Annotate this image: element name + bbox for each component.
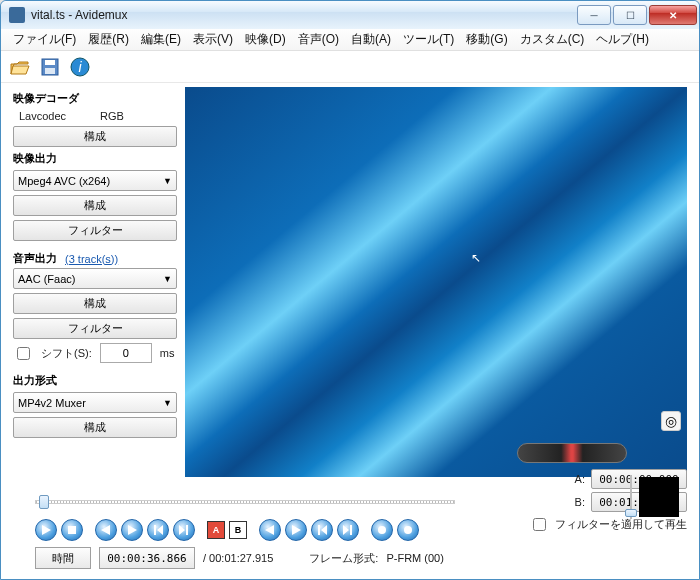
menu-history[interactable]: 履歴(R) bbox=[82, 28, 135, 51]
chevron-down-icon: ▼ bbox=[163, 176, 172, 186]
total-time: / 00:01:27.915 bbox=[203, 552, 273, 564]
frame-type-label: フレーム形式: bbox=[309, 551, 378, 566]
apply-filter-checkbox[interactable] bbox=[533, 518, 546, 531]
open-button[interactable] bbox=[7, 54, 33, 80]
decoder-configure-button[interactable]: 構成 bbox=[13, 126, 177, 147]
titlebar: vital.ts - Avidemux ─ ☐ ✕ bbox=[1, 1, 699, 29]
decoder-colorspace: RGB bbox=[100, 110, 124, 122]
volume-thumb[interactable] bbox=[625, 509, 637, 517]
next-frame-button[interactable] bbox=[121, 519, 143, 541]
shift-unit: ms bbox=[160, 347, 175, 359]
svg-point-7 bbox=[404, 526, 412, 534]
prev-black-button[interactable] bbox=[371, 519, 393, 541]
open-icon bbox=[10, 58, 30, 76]
stop-button[interactable] bbox=[61, 519, 83, 541]
video-out-title: 映像出力 bbox=[13, 151, 177, 166]
svg-rect-1 bbox=[45, 60, 55, 65]
menu-custom[interactable]: カスタム(C) bbox=[514, 28, 591, 51]
output-configure-button[interactable]: 構成 bbox=[13, 417, 177, 438]
prev-keyframe-button[interactable] bbox=[147, 519, 169, 541]
menu-file[interactable]: ファイル(F) bbox=[7, 28, 82, 51]
apply-filter-label: フィルターを適用して再生 bbox=[555, 517, 687, 532]
menu-video[interactable]: 映像(D) bbox=[239, 28, 292, 51]
output-format-title: 出力形式 bbox=[13, 373, 177, 388]
video-preview[interactable]: ↖ bbox=[185, 87, 687, 477]
set-marker-a-button[interactable]: A bbox=[207, 521, 225, 539]
shift-label: シフト(S): bbox=[41, 346, 92, 361]
save-button[interactable] bbox=[37, 54, 63, 80]
seek-slider[interactable] bbox=[35, 491, 455, 513]
info-button[interactable]: i bbox=[67, 54, 93, 80]
output-format-select[interactable]: MP4v2 Muxer▼ bbox=[13, 392, 177, 413]
seek-track bbox=[35, 500, 455, 504]
marker-a-label: A: bbox=[575, 473, 585, 485]
jog-wheel[interactable] bbox=[517, 443, 627, 463]
video-codec-select[interactable]: Mpeg4 AVC (x264)▼ bbox=[13, 170, 177, 191]
thumbnail-preview bbox=[639, 477, 679, 517]
decoder-codec: Lavcodec bbox=[19, 110, 66, 122]
menu-audio[interactable]: 音声(O) bbox=[292, 28, 345, 51]
goto-start-button[interactable] bbox=[311, 519, 333, 541]
set-marker-b-button[interactable]: B bbox=[229, 521, 247, 539]
audio-tracks-link[interactable]: (3 track(s)) bbox=[65, 253, 118, 265]
menu-edit[interactable]: 編集(E) bbox=[135, 28, 187, 51]
menu-go[interactable]: 移動(G) bbox=[460, 28, 513, 51]
chevron-down-icon: ▼ bbox=[163, 398, 172, 408]
audio-out-title: 音声出力 bbox=[13, 251, 57, 266]
menu-help[interactable]: ヘルプ(H) bbox=[590, 28, 655, 51]
prev-cut-button[interactable] bbox=[259, 519, 281, 541]
output-format-value: MP4v2 Muxer bbox=[18, 397, 86, 409]
menubar: ファイル(F) 履歴(R) 編集(E) 表示(V) 映像(D) 音声(O) 自動… bbox=[1, 29, 699, 51]
chevron-down-icon: ▼ bbox=[163, 274, 172, 284]
video-filters-button[interactable]: フィルター bbox=[13, 220, 177, 241]
svg-point-6 bbox=[378, 526, 386, 534]
goto-end-button[interactable] bbox=[337, 519, 359, 541]
prev-frame-button[interactable] bbox=[95, 519, 117, 541]
save-icon bbox=[41, 58, 59, 76]
audio-codec-select[interactable]: AAC (Faac)▼ bbox=[13, 268, 177, 289]
minimize-button[interactable]: ─ bbox=[577, 5, 611, 25]
svg-rect-5 bbox=[68, 526, 76, 534]
next-cut-button[interactable] bbox=[285, 519, 307, 541]
toolbar: i bbox=[1, 51, 699, 83]
next-keyframe-button[interactable] bbox=[173, 519, 195, 541]
marker-b-label: B: bbox=[575, 496, 585, 508]
audio-codec-value: AAC (Faac) bbox=[18, 273, 75, 285]
time-button[interactable]: 時間 bbox=[35, 547, 91, 569]
volume-slider[interactable] bbox=[625, 475, 637, 519]
cursor-icon: ↖ bbox=[471, 251, 481, 265]
svg-rect-2 bbox=[45, 68, 55, 74]
shift-checkbox[interactable] bbox=[17, 347, 30, 360]
current-time[interactable]: 00:00:36.866 bbox=[99, 547, 195, 569]
frame-type-value: P-FRM (00) bbox=[386, 552, 443, 564]
status-bar: 時間 00:00:36.866 / 00:01:27.915 フレーム形式: P… bbox=[35, 547, 687, 569]
decoder-title: 映像デコーダ bbox=[13, 91, 177, 106]
video-codec-value: Mpeg4 AVC (x264) bbox=[18, 175, 110, 187]
close-button[interactable]: ✕ bbox=[649, 5, 697, 25]
seek-thumb[interactable] bbox=[39, 495, 49, 509]
sidebar: 映像デコーダ Lavcodec RGB 構成 映像出力 Mpeg4 AVC (x… bbox=[13, 87, 177, 477]
audio-configure-button[interactable]: 構成 bbox=[13, 293, 177, 314]
play-button[interactable] bbox=[35, 519, 57, 541]
disc-icon: ◎ bbox=[665, 413, 677, 429]
preview-pane: ↖ bbox=[185, 87, 687, 477]
next-black-button[interactable] bbox=[397, 519, 419, 541]
window-title: vital.ts - Avidemux bbox=[31, 8, 575, 22]
menu-view[interactable]: 表示(V) bbox=[187, 28, 239, 51]
info-icon: i bbox=[70, 57, 90, 77]
menu-tools[interactable]: ツール(T) bbox=[397, 28, 460, 51]
shift-input[interactable] bbox=[100, 343, 152, 363]
audio-filters-button[interactable]: フィルター bbox=[13, 318, 177, 339]
video-configure-button[interactable]: 構成 bbox=[13, 195, 177, 216]
eject-button[interactable]: ◎ bbox=[661, 411, 681, 431]
menu-auto[interactable]: 自動(A) bbox=[345, 28, 397, 51]
maximize-button[interactable]: ☐ bbox=[613, 5, 647, 25]
app-icon bbox=[9, 7, 25, 23]
